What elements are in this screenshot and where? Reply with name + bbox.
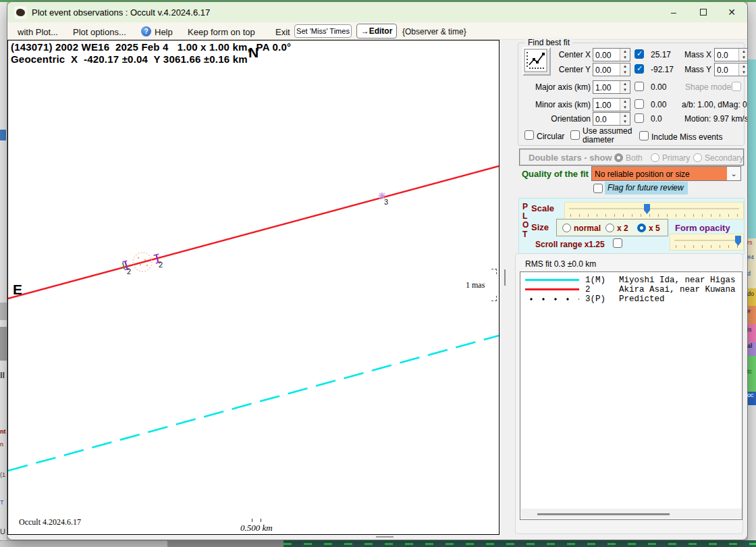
menu-keep-form-on-top[interactable]: Keep form on top bbox=[188, 27, 255, 37]
form-opacity-slider-thumb[interactable] bbox=[735, 236, 741, 246]
background-text-fragment: (1 bbox=[0, 471, 5, 478]
background-text-fragment: nt bbox=[0, 428, 6, 435]
orientation-label: Orientation bbox=[518, 114, 591, 124]
plot-vertical-label: PLOT bbox=[522, 203, 531, 239]
legend-observer-name: Akira Asai, near Kuwana bbox=[619, 285, 736, 294]
mass-y-field[interactable] bbox=[714, 63, 748, 76]
background-block bbox=[0, 327, 7, 361]
mass-x-input[interactable] bbox=[715, 49, 738, 61]
double-stars-secondary-radio[interactable] bbox=[693, 153, 702, 162]
help-icon: ? bbox=[141, 26, 151, 36]
fit-major-axis-checkbox[interactable] bbox=[634, 82, 644, 91]
major-axis-field[interactable] bbox=[593, 80, 630, 94]
center-x-field[interactable] bbox=[593, 48, 630, 61]
menu-exit[interactable]: Exit bbox=[275, 27, 290, 37]
mass-x-label: Mass X bbox=[680, 50, 711, 59]
legend-row-1: 1(M) Miyoshi Ida, near Higas bbox=[520, 276, 742, 285]
ab-dmag-label: a/b: 1.00, dMag: 0.00 bbox=[682, 100, 748, 109]
double-stars-primary-label: Primary bbox=[662, 153, 690, 163]
fit-minor-axis-checkbox[interactable] bbox=[634, 99, 644, 109]
editor-button[interactable]: →Editor bbox=[356, 24, 397, 38]
shape-model-checkbox[interactable] bbox=[732, 82, 741, 91]
double-stars-both-radio[interactable] bbox=[614, 153, 623, 162]
menu-help[interactable]: Help bbox=[155, 27, 173, 37]
include-miss-events-checkbox[interactable] bbox=[639, 131, 649, 140]
center-y-field[interactable] bbox=[593, 63, 630, 76]
circular-label: Circular bbox=[537, 132, 564, 141]
size-normal-label: normal bbox=[574, 224, 601, 233]
major-axis-input[interactable] bbox=[593, 81, 620, 93]
size-normal-radio[interactable] bbox=[562, 224, 571, 232]
fit-orientation-checkbox[interactable] bbox=[634, 113, 644, 123]
form-opacity-slider[interactable] bbox=[670, 234, 744, 251]
fit-center-y-checkbox[interactable] bbox=[634, 64, 644, 74]
close-button[interactable]: ✕ bbox=[718, 2, 746, 22]
menu-plot-options[interactable]: Plot options... bbox=[73, 27, 126, 37]
fit-center-x-checkbox[interactable] bbox=[634, 49, 644, 59]
titlebar[interactable]: Plot event observations : Occult v.4.202… bbox=[7, 2, 747, 22]
background-text-fragment: d bbox=[747, 270, 751, 277]
plot-event-observations-window: Plot event observations : Occult v.4.202… bbox=[7, 1, 748, 540]
scale-label: Scale bbox=[531, 203, 554, 213]
marker-label-3: 3 bbox=[384, 198, 388, 206]
observer-legend-box[interactable]: 1(M) Miyoshi Ida, near Higas 2 Akira Asa… bbox=[520, 271, 742, 520]
quality-of-fit-dropdown[interactable]: No reliable position or size bbox=[591, 166, 741, 181]
cyan-line-swatch bbox=[525, 279, 579, 281]
size-radio-group: normal x 2 x 5 bbox=[556, 219, 668, 236]
fit-center-x-value: 25.17 bbox=[651, 50, 671, 59]
quality-of-fit-value: No reliable position or size bbox=[595, 170, 690, 179]
orientation-spinner[interactable] bbox=[620, 113, 630, 125]
plot-canvas[interactable]: (143071) 2002 WE16 2025 Feb 4 1.00 x 1.0… bbox=[7, 40, 500, 535]
legend-horizontal-scrollbar[interactable] bbox=[521, 509, 742, 519]
orientation-input[interactable] bbox=[593, 113, 620, 125]
plot-vertical-scrollbar-thumb[interactable] bbox=[504, 269, 506, 286]
center-y-spinner[interactable] bbox=[620, 63, 630, 76]
slider-groove bbox=[674, 240, 739, 241]
window-resize-grip[interactable] bbox=[376, 536, 394, 538]
find-best-fit-group: Find best fit Center X 25.17 Mass X bbox=[518, 43, 745, 146]
red-line-swatch bbox=[525, 288, 579, 290]
center-y-input[interactable] bbox=[593, 63, 620, 76]
size-x5-radio[interactable] bbox=[637, 224, 646, 232]
fit-center-y-value: -92.17 bbox=[651, 65, 674, 74]
center-x-input[interactable] bbox=[593, 49, 620, 61]
legend-observer-name: Miyoshi Ida, near Higas bbox=[619, 276, 736, 285]
mass-x-spinner[interactable] bbox=[738, 49, 748, 61]
mass-y-spinner[interactable] bbox=[738, 63, 748, 76]
fit-minor-axis-value: 0.00 bbox=[651, 100, 666, 109]
double-stars-group: Double stars - show Both Primary Seconda… bbox=[519, 149, 745, 166]
minimize-button[interactable]: – bbox=[659, 2, 688, 22]
use-assumed-diameter-checkbox[interactable] bbox=[570, 130, 580, 140]
circular-checkbox[interactable] bbox=[524, 130, 534, 140]
chevron-down-icon bbox=[727, 167, 740, 180]
mass-y-input[interactable] bbox=[715, 63, 738, 76]
marker-label-2: 2 bbox=[159, 261, 163, 269]
orientation-field[interactable] bbox=[593, 112, 630, 126]
background-taskbar-strip bbox=[0, 540, 756, 547]
size-x2-radio[interactable] bbox=[605, 224, 614, 232]
maximize-button[interactable] bbox=[689, 2, 718, 22]
scroll-range-checkbox[interactable] bbox=[613, 238, 622, 248]
legend-scrollbar-thumb[interactable] bbox=[537, 513, 670, 515]
menu-observer-time[interactable]: {Observer & time} bbox=[402, 27, 466, 36]
find-best-fit-title: Find best fit bbox=[525, 38, 572, 47]
scale-slider[interactable] bbox=[564, 202, 744, 219]
mass-x-field[interactable] bbox=[714, 48, 748, 61]
scale-slider-thumb[interactable] bbox=[644, 204, 650, 214]
minor-axis-spinner[interactable] bbox=[620, 99, 630, 111]
major-axis-spinner[interactable] bbox=[620, 81, 630, 93]
flag-future-review-checkbox[interactable] bbox=[593, 184, 603, 193]
window-title: Plot event observations : Occult v.4.202… bbox=[32, 7, 210, 18]
double-stars-primary-radio[interactable] bbox=[651, 153, 659, 162]
motion-label: Motion: 9.97 km/s bbox=[684, 114, 748, 124]
mas-bracket-top bbox=[491, 269, 497, 274]
minor-axis-input[interactable] bbox=[593, 99, 620, 111]
center-x-spinner[interactable] bbox=[620, 49, 630, 61]
rms-panel: RMS fit 0.3 ±0.0 km 1(M) Miyoshi Ida, ne… bbox=[515, 253, 743, 534]
circle-dot bbox=[144, 259, 146, 261]
background-text-fragment: rs bbox=[747, 239, 753, 246]
minor-axis-field[interactable] bbox=[593, 98, 630, 111]
background-selected-item bbox=[0, 130, 6, 140]
menu-with-plot[interactable]: with Plot... bbox=[18, 27, 58, 37]
set-miss-times-button[interactable]: Set 'Miss' Times bbox=[294, 24, 352, 38]
